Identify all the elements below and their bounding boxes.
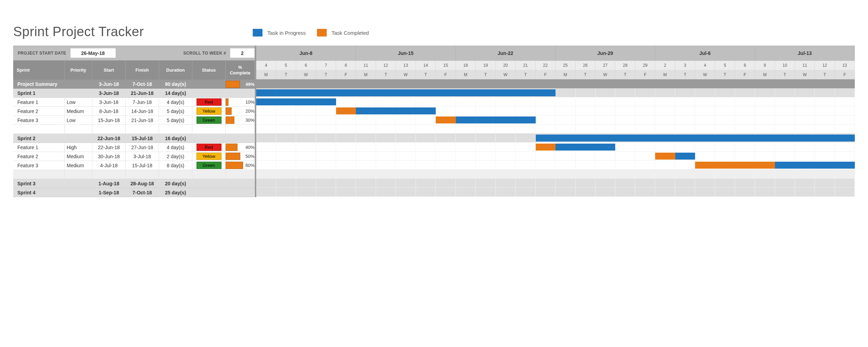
status-pill[interactable]: Green bbox=[197, 116, 222, 124]
cell-status[interactable]: Green bbox=[192, 161, 226, 170]
gantt-bar-completed[interactable] bbox=[695, 162, 775, 169]
cell-priority[interactable] bbox=[65, 188, 92, 197]
cell-finish[interactable]: 27-Jun-18 bbox=[126, 143, 159, 152]
day-of-week-cell: T bbox=[715, 70, 735, 79]
cell-start[interactable]: 3-Jun-18 bbox=[92, 80, 126, 89]
cell-status[interactable]: Red bbox=[192, 143, 226, 152]
cell-duration[interactable]: 14 day(s) bbox=[159, 89, 192, 98]
cell-finish[interactable]: 28-Aug-18 bbox=[126, 179, 159, 188]
cell-start[interactable]: 30-Jun-18 bbox=[92, 152, 126, 161]
cell-finish[interactable]: 7-Oct-18 bbox=[126, 188, 159, 197]
cell-status[interactable]: Yellow bbox=[192, 152, 226, 161]
cell-name[interactable]: Sprint 1 bbox=[13, 89, 65, 98]
cell-priority[interactable]: High bbox=[65, 143, 92, 152]
gantt-pane[interactable]: Jun-8Jun-15Jun-22Jun-29Jul-6Jul-13 45678… bbox=[255, 46, 855, 197]
gantt-bar-progress[interactable] bbox=[256, 98, 336, 105]
cell-start[interactable]: 15-Jun-18 bbox=[92, 116, 126, 125]
cell-status[interactable]: Green bbox=[192, 116, 226, 125]
cell-start[interactable]: 22-Jun-18 bbox=[92, 143, 126, 152]
cell-priority[interactable] bbox=[65, 80, 92, 89]
cell-name[interactable]: Feature 2 bbox=[13, 152, 65, 161]
cell-name[interactable]: Feature 2 bbox=[13, 107, 65, 116]
status-pill[interactable]: Red bbox=[197, 98, 222, 106]
cell-start[interactable]: 1-Aug-18 bbox=[92, 179, 126, 188]
cell-finish[interactable]: 7-Jun-18 bbox=[126, 98, 159, 107]
cell-status[interactable]: Red bbox=[192, 98, 226, 107]
cell-pct[interactable]: 49% bbox=[226, 80, 255, 89]
cell-priority[interactable] bbox=[65, 179, 92, 188]
cell-pct[interactable]: 20% bbox=[226, 107, 255, 116]
day-of-week-cell: F bbox=[536, 70, 556, 79]
cell-name[interactable]: Sprint 2 bbox=[13, 134, 65, 143]
cell-start[interactable]: 3-Jun-18 bbox=[92, 98, 126, 107]
cell-name[interactable]: Project Summary bbox=[13, 80, 65, 89]
cell-duration[interactable]: 90 day(s) bbox=[159, 80, 192, 89]
status-pill[interactable]: Yellow bbox=[197, 153, 222, 160]
cell-status[interactable] bbox=[192, 89, 226, 98]
cell-status[interactable]: Yellow bbox=[192, 107, 226, 116]
cell-pct[interactable]: 60% bbox=[226, 161, 255, 170]
gantt-bar-completed[interactable] bbox=[655, 153, 675, 160]
cell-priority[interactable]: Low bbox=[65, 98, 92, 107]
cell-priority[interactable]: Medium bbox=[65, 152, 92, 161]
task-row: Feature 1Low3-Jun-187-Jun-184 day(s)Red1… bbox=[13, 98, 255, 107]
cell-pct[interactable]: 30% bbox=[226, 116, 255, 125]
cell-pct[interactable]: 10% bbox=[226, 98, 255, 107]
legend: Task in Progress Task Completed bbox=[253, 29, 369, 37]
cell-duration[interactable]: 5 day(s) bbox=[159, 107, 192, 116]
day-number: 3 bbox=[675, 61, 695, 70]
cell-priority[interactable] bbox=[65, 134, 92, 143]
cell-duration[interactable]: 25 day(s) bbox=[159, 188, 192, 197]
cell-start[interactable]: 3-Jun-18 bbox=[92, 89, 126, 98]
cell-finish[interactable]: 15-Jul-18 bbox=[126, 161, 159, 170]
gantt-bar-completed[interactable] bbox=[536, 144, 556, 151]
cell-duration[interactable]: 16 day(s) bbox=[159, 134, 192, 143]
gantt-bar-completed[interactable] bbox=[436, 116, 456, 123]
cell-status[interactable] bbox=[192, 179, 226, 188]
legend-label: Task in Progress bbox=[267, 30, 306, 36]
cell-start[interactable]: 1-Sep-18 bbox=[92, 188, 126, 197]
start-date-input[interactable]: 26-May-18 bbox=[70, 48, 116, 58]
cell-pct[interactable] bbox=[226, 179, 255, 188]
cell-start[interactable]: 22-Jun-18 bbox=[92, 134, 126, 143]
cell-duration[interactable]: 5 day(s) bbox=[159, 116, 192, 125]
cell-finish[interactable]: 15-Jul-18 bbox=[126, 134, 159, 143]
cell-finish[interactable]: 21-Jun-18 bbox=[126, 116, 159, 125]
cell-priority[interactable]: Medium bbox=[65, 161, 92, 170]
cell-pct[interactable] bbox=[226, 89, 255, 98]
cell-priority[interactable]: Medium bbox=[65, 107, 92, 116]
cell-priority[interactable] bbox=[65, 89, 92, 98]
cell-finish[interactable]: 14-Jun-18 bbox=[126, 107, 159, 116]
cell-status[interactable] bbox=[192, 134, 226, 143]
cell-start[interactable]: 8-Jun-18 bbox=[92, 107, 126, 116]
status-pill[interactable]: Yellow bbox=[197, 107, 222, 115]
cell-pct[interactable]: 40% bbox=[226, 143, 255, 152]
cell-duration[interactable]: 2 day(s) bbox=[159, 152, 192, 161]
cell-name[interactable]: Sprint 4 bbox=[13, 188, 65, 197]
cell-duration[interactable]: 8 day(s) bbox=[159, 161, 192, 170]
cell-status[interactable] bbox=[192, 80, 226, 89]
cell-name[interactable]: Feature 1 bbox=[13, 143, 65, 152]
cell-pct[interactable] bbox=[226, 134, 255, 143]
cell-start[interactable]: 4-Jul-18 bbox=[92, 161, 126, 170]
status-pill[interactable]: Green bbox=[197, 162, 222, 169]
status-pill[interactable]: Red bbox=[197, 144, 222, 151]
gantt-bar-completed[interactable] bbox=[336, 107, 356, 114]
gantt-bar-progress[interactable] bbox=[256, 89, 556, 96]
cell-pct[interactable] bbox=[226, 188, 255, 197]
cell-name[interactable]: Feature 1 bbox=[13, 98, 65, 107]
cell-name[interactable]: Feature 3 bbox=[13, 161, 65, 170]
cell-pct[interactable]: 50% bbox=[226, 152, 255, 161]
cell-finish[interactable]: 7-Oct-18 bbox=[126, 80, 159, 89]
gantt-bar-progress[interactable] bbox=[536, 135, 855, 142]
cell-finish[interactable]: 3-Jul-18 bbox=[126, 152, 159, 161]
cell-priority[interactable]: Low bbox=[65, 116, 92, 125]
cell-duration[interactable]: 4 day(s) bbox=[159, 143, 192, 152]
cell-duration[interactable]: 4 day(s) bbox=[159, 98, 192, 107]
cell-duration[interactable]: 20 day(s) bbox=[159, 179, 192, 188]
cell-finish[interactable]: 21-Jun-18 bbox=[126, 89, 159, 98]
cell-name[interactable]: Sprint 3 bbox=[13, 179, 65, 188]
scroll-week-input[interactable]: 2 bbox=[230, 48, 254, 58]
cell-name[interactable]: Feature 3 bbox=[13, 116, 65, 125]
cell-status[interactable] bbox=[192, 188, 226, 197]
